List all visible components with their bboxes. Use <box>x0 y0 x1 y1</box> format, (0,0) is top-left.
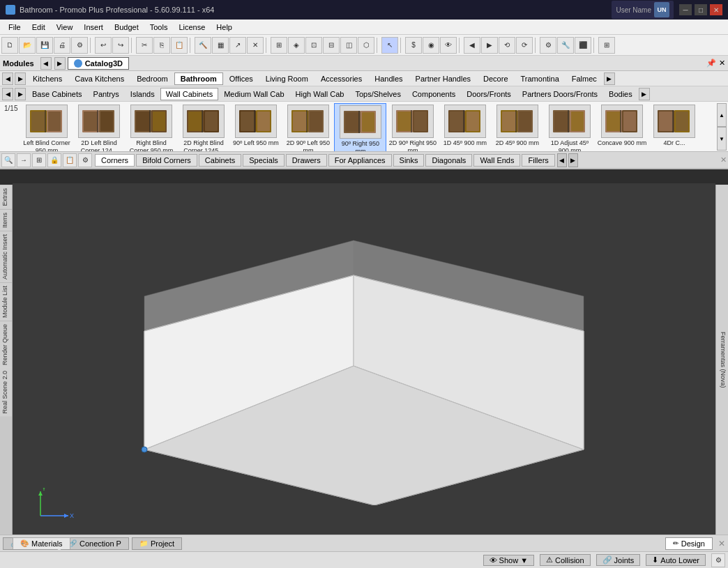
tb-new[interactable]: 🗋 <box>1 37 18 54</box>
subcat-islands[interactable]: Islands <box>125 88 160 100</box>
tb-c2[interactable]: ◉ <box>423 37 439 54</box>
subcat-partners[interactable]: Partners Doors/Fronts <box>517 88 603 100</box>
tb-d4[interactable]: ⟳ <box>516 37 533 54</box>
cabinet-item-13[interactable]: 4Dr C... <box>648 103 700 148</box>
subtab-corners[interactable]: Corners <box>95 154 135 167</box>
cat-kitchens[interactable]: Kitchens <box>26 72 68 85</box>
cabinet-item-9[interactable]: 1D 45º 900 mm <box>439 103 491 148</box>
subtab-fillers[interactable]: Fillers <box>522 154 554 167</box>
subcat-doors[interactable]: Doors/Fronts <box>461 88 517 100</box>
subtab-next[interactable]: ▶ <box>568 153 578 167</box>
menu-help[interactable]: Help <box>211 22 238 33</box>
cat-accessories[interactable]: Accessories <box>314 72 368 85</box>
tab-design[interactable]: ✏ Design <box>665 537 713 550</box>
scroll-down[interactable]: ▼ <box>717 127 727 151</box>
subcat-pantrys[interactable]: Pantrys <box>88 88 125 100</box>
tb-e2[interactable]: 🔧 <box>557 37 574 54</box>
sidebar-auto-insert[interactable]: Automatic Insert <box>0 231 12 282</box>
cabinet-item-2[interactable]: 2D Left Blind Corner 124... <box>73 103 125 152</box>
subtab-b4[interactable]: ⚙ <box>78 153 92 167</box>
tb-print[interactable]: 🖨 <box>54 37 70 54</box>
cat-living-room[interactable]: Living Room <box>259 72 314 85</box>
subtab-search[interactable]: 🔍 <box>1 153 15 167</box>
tb-undo[interactable]: ↩ <box>95 37 112 54</box>
subcat-tops[interactable]: Tops/Shelves <box>349 88 406 100</box>
subcat-prev[interactable]: ◀ <box>2 88 13 100</box>
subcat-base[interactable]: Base Cabinets <box>26 88 88 100</box>
tb-b7[interactable]: ⊡ <box>305 37 322 54</box>
modules-pin[interactable]: 📌 <box>706 59 716 68</box>
tb-copy[interactable]: ⎘ <box>153 37 170 54</box>
subcat-next[interactable]: ▶ <box>15 88 26 100</box>
tb-open[interactable]: 📂 <box>19 37 36 54</box>
tb-b4[interactable]: ✕ <box>247 37 264 54</box>
tb-select[interactable]: ↖ <box>381 37 398 54</box>
tb-d3[interactable]: ⟲ <box>499 37 515 54</box>
tb-b10[interactable]: ⬡ <box>358 37 374 54</box>
window-controls[interactable]: ─ □ ✕ <box>679 4 722 15</box>
maximize-button[interactable]: □ <box>695 4 707 15</box>
cat-partner-handles[interactable]: Partner Handles <box>409 72 478 85</box>
tb-b1[interactable]: 🔨 <box>195 37 211 54</box>
tb-e1[interactable]: ⚙ <box>540 37 556 54</box>
tb-settings[interactable]: ⚙ <box>71 37 88 54</box>
menu-license[interactable]: License <box>173 22 211 33</box>
cat-bathroom[interactable]: Bathroom <box>174 72 223 85</box>
subcat-more[interactable]: ▶ <box>639 88 650 100</box>
subcat-medium[interactable]: Medium Wall Cab <box>218 88 289 100</box>
tb-f1[interactable]: ⊞ <box>598 37 615 54</box>
cabinet-item-11[interactable]: 1D Adjust 45º 900 mm <box>543 103 596 152</box>
cabinet-item-6[interactable]: 2D 90º Left 950 mm <box>282 103 334 152</box>
tb-d1[interactable]: ◀ <box>464 37 480 54</box>
minimize-button[interactable]: ─ <box>679 4 692 15</box>
subcat-bodies[interactable]: Bodies <box>603 88 638 100</box>
menu-edit[interactable]: Edit <box>26 22 51 33</box>
close-button[interactable]: ✕ <box>710 4 722 15</box>
subtab-specials[interactable]: Specials <box>243 154 285 167</box>
subtab-close[interactable]: ✕ <box>720 155 727 164</box>
modules-close[interactable]: ✕ <box>719 59 725 68</box>
subtab-b2[interactable]: 🔒 <box>47 153 61 167</box>
cabinet-item-12[interactable]: Concave 900 mm <box>596 103 648 148</box>
subtab-sinks[interactable]: Sinks <box>393 154 425 167</box>
cabinet-item-1[interactable]: Left Blind Corner 950 mm <box>20 103 73 152</box>
tb-b2[interactable]: ▦ <box>212 37 229 54</box>
subtab-drawers[interactable]: Drawers <box>286 154 327 167</box>
cabinet-item-3[interactable]: Right Blind Corner 950 mm <box>125 103 177 152</box>
menu-file[interactable]: File <box>3 22 26 33</box>
subcat-wall[interactable]: Wall Cabinets <box>160 88 218 100</box>
cat-more[interactable]: ▶ <box>604 72 615 85</box>
subcat-components[interactable]: Components <box>407 88 461 100</box>
tb-cut[interactable]: ✂ <box>136 37 153 54</box>
cabinet-item-8[interactable]: 2D 90º Right 950 mm <box>386 103 439 152</box>
cat-cava-kitchens[interactable]: Cava Kitchens <box>68 72 130 85</box>
tb-b3[interactable]: ↗ <box>229 37 246 54</box>
cat-falmec[interactable]: Falmec <box>566 72 603 85</box>
tb-c1[interactable]: $ <box>405 37 422 54</box>
tb-save[interactable]: 💾 <box>36 37 53 54</box>
menu-insert[interactable]: Insert <box>78 22 109 33</box>
tb-b8[interactable]: ⊟ <box>323 37 340 54</box>
tb-redo[interactable]: ↪ <box>112 37 129 54</box>
sidebar-module-list[interactable]: Module List <box>0 282 12 321</box>
cat-prev[interactable]: ◀ <box>2 72 13 85</box>
cat-bedroom[interactable]: Bedroom <box>130 72 174 85</box>
tab-connection-p[interactable]: 🔗 Conection P <box>61 537 129 550</box>
auto-lower-button[interactable]: ⬇ Auto Lower <box>646 554 706 566</box>
subtab-arrow[interactable]: → <box>17 153 31 167</box>
menu-budget[interactable]: Budget <box>109 22 144 33</box>
tb-e3[interactable]: ⬛ <box>575 37 591 54</box>
tb-b5[interactable]: ⊞ <box>271 37 287 54</box>
tb-d2[interactable]: ▶ <box>481 37 498 54</box>
show-button[interactable]: 👁 Show ▼ <box>483 555 534 566</box>
cat-handles[interactable]: Handles <box>368 72 409 85</box>
sidebar-render[interactable]: Render Queue <box>0 321 12 368</box>
subtab-prev[interactable]: ◀ <box>557 153 567 167</box>
menu-view[interactable]: View <box>51 22 79 33</box>
menu-tools[interactable]: Tools <box>144 22 174 33</box>
tabs-close[interactable]: ✕ <box>718 539 725 548</box>
subtab-b3[interactable]: 📋 <box>63 153 77 167</box>
materials-tab[interactable]: 🎨 Materials <box>13 537 70 549</box>
sidebar-items[interactable]: Items <box>0 209 12 231</box>
catalog3d-tab[interactable]: Catalog3D <box>68 57 129 70</box>
